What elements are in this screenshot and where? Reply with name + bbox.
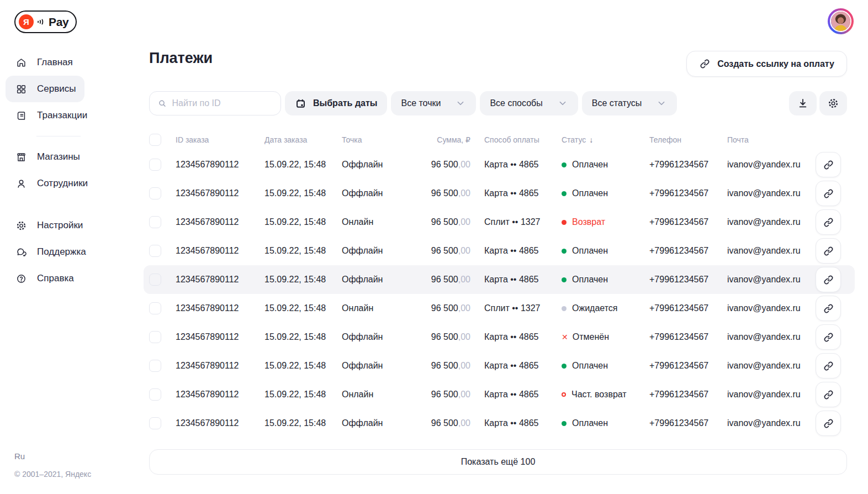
row-checkbox[interactable] (149, 302, 161, 314)
row-checkbox[interactable] (149, 216, 161, 228)
show-more-button[interactable]: Показать ещё 100 (149, 449, 847, 475)
create-payment-link-button[interactable]: Создать ссылку на оплату (686, 51, 847, 77)
point-cell: Оффлайн (342, 160, 404, 170)
order-date-cell: 15.09.22, 15:48 (264, 188, 342, 198)
chat-icon (15, 246, 27, 258)
row-checkbox[interactable] (149, 245, 161, 257)
payment-link-button[interactable] (816, 267, 841, 292)
payment-link-button[interactable] (816, 296, 841, 321)
table-row[interactable]: 1234567890112 15.09.22, 15:48 Онлайн 96 … (149, 294, 847, 323)
select-all-checkbox[interactable] (149, 134, 161, 146)
points-filter-dropdown[interactable]: Все точки (391, 91, 476, 115)
column-header-phone[interactable]: Телефон (649, 135, 727, 144)
sidebar-item-help[interactable]: Справка (6, 265, 84, 292)
table-body: 1234567890112 15.09.22, 15:48 Оффлайн 96… (149, 150, 847, 438)
sidebar-item-chat[interactable]: Поддержка (6, 239, 84, 265)
payment-link-button[interactable] (816, 238, 841, 264)
help-icon (15, 273, 27, 285)
store-icon (15, 151, 27, 163)
avatar[interactable] (828, 8, 854, 34)
link-icon (823, 274, 834, 286)
sidebar-item-label: Сотрудники (37, 178, 88, 189)
order-id-cell: 1234567890112 (176, 418, 264, 428)
sidebar-item-grid[interactable]: Сервисы (6, 76, 84, 102)
sidebar-item-store[interactable]: Магазины (6, 144, 84, 170)
column-header-amount[interactable]: Сумма, ₽ (404, 135, 470, 144)
payment-link-button[interactable] (816, 181, 841, 206)
order-id-cell: 1234567890112 (176, 246, 264, 256)
status-label: Оплачен (572, 188, 608, 198)
order-date-cell: 15.09.22, 15:48 (264, 160, 342, 170)
date-range-button[interactable]: Выбрать даты (285, 91, 387, 115)
payment-method-cell: Карта •• 4865 (470, 160, 562, 170)
status-cell: Ожидается (562, 303, 649, 313)
column-header-order-date[interactable]: Дата заказа (264, 135, 342, 144)
order-date-cell: 15.09.22, 15:48 (264, 361, 342, 371)
amount-cell: 96 500,00 (404, 188, 470, 198)
payment-method-cell: Сплит •• 1327 (470, 303, 562, 313)
row-checkbox[interactable] (149, 274, 161, 286)
payment-link-button[interactable] (816, 353, 841, 379)
statuses-filter-dropdown[interactable]: Все статусы (582, 91, 678, 115)
phone-cell: +79961234567 (649, 361, 727, 371)
table-row[interactable]: 1234567890112 15.09.22, 15:48 Онлайн 96 … (149, 208, 847, 237)
row-checkbox[interactable] (149, 331, 161, 343)
payment-link-button[interactable] (816, 324, 841, 350)
payment-link-button[interactable] (816, 209, 841, 235)
download-button[interactable] (789, 91, 817, 115)
point-cell: Онлайн (342, 303, 404, 313)
order-id-cell: 1234567890112 (176, 303, 264, 313)
status-label: Ожидается (572, 303, 618, 313)
calendar-icon (295, 98, 306, 109)
point-cell: Оффлайн (342, 188, 404, 198)
chevron-down-icon (656, 98, 667, 109)
payment-link-button[interactable] (816, 411, 841, 436)
table-row[interactable]: 1234567890112 15.09.22, 15:48 Оффлайн 96… (149, 323, 847, 351)
payment-link-button[interactable] (816, 382, 841, 407)
payment-method-cell: Карта •• 4865 (470, 418, 562, 428)
methods-filter-dropdown[interactable]: Все способы (480, 91, 578, 115)
yandex-pay-logo[interactable]: Я Pay (14, 10, 77, 33)
sidebar-item-home[interactable]: Главная (6, 49, 84, 76)
column-header-point[interactable]: Точка (342, 135, 404, 144)
search-input[interactable] (172, 98, 273, 108)
column-header-order-id[interactable]: ID заказа (176, 135, 264, 144)
copyright: © 2001–2021, Яндекс (14, 470, 91, 479)
table-row[interactable]: 1234567890112 15.09.22, 15:48 Оффлайн 96… (149, 351, 847, 380)
row-checkbox[interactable] (149, 360, 161, 372)
status-label: Оплачен (572, 361, 608, 371)
sidebar-item-gear[interactable]: Настройки (6, 212, 84, 239)
point-cell: Оффлайн (342, 275, 404, 285)
table-settings-button[interactable] (819, 91, 847, 115)
table-row[interactable]: 1234567890112 15.09.22, 15:48 Оффлайн 96… (149, 179, 847, 208)
sidebar-item-label: Справка (37, 273, 74, 284)
payment-link-button[interactable] (816, 152, 841, 177)
order-id-cell: 1234567890112 (176, 275, 264, 285)
row-checkbox[interactable] (149, 187, 161, 199)
home-icon (15, 57, 27, 69)
sidebar: Я Pay Главная Сервисы Транзакции Магазин… (0, 0, 133, 494)
column-header-email[interactable]: Почта (727, 135, 847, 144)
sidebar-item-person[interactable]: Сотрудники (6, 170, 84, 197)
status-label: Возврат (572, 217, 605, 227)
status-cell: Част. возврат (562, 390, 649, 400)
row-checkbox[interactable] (149, 417, 161, 429)
table-row[interactable]: 1234567890112 15.09.22, 15:48 Онлайн 96 … (149, 380, 847, 409)
sidebar-nav: Главная Сервисы Транзакции Магазины Сотр… (0, 49, 133, 292)
order-id-cell: 1234567890112 (176, 390, 264, 400)
row-checkbox[interactable] (149, 159, 161, 171)
row-checkbox[interactable] (149, 388, 161, 401)
payments-table: ID заказа Дата заказа Точка Сумма, ₽ Спо… (149, 129, 847, 438)
table-row[interactable]: 1234567890112 15.09.22, 15:48 Оффлайн 96… (149, 265, 847, 294)
language-switcher[interactable]: Ru (14, 451, 91, 461)
table-row[interactable]: 1234567890112 15.09.22, 15:48 Оффлайн 96… (149, 237, 847, 265)
order-date-cell: 15.09.22, 15:48 (264, 275, 342, 285)
table-row[interactable]: 1234567890112 15.09.22, 15:48 Оффлайн 96… (149, 150, 847, 179)
column-header-status[interactable]: Статус↓ (562, 135, 649, 144)
sidebar-item-receipt[interactable]: Транзакции (6, 102, 84, 129)
column-header-method[interactable]: Способ оплаты (470, 135, 562, 144)
link-icon (823, 303, 834, 314)
grid-icon (15, 83, 27, 95)
table-row[interactable]: 1234567890112 15.09.22, 15:48 Оффлайн 96… (149, 409, 847, 438)
link-icon (823, 360, 834, 372)
